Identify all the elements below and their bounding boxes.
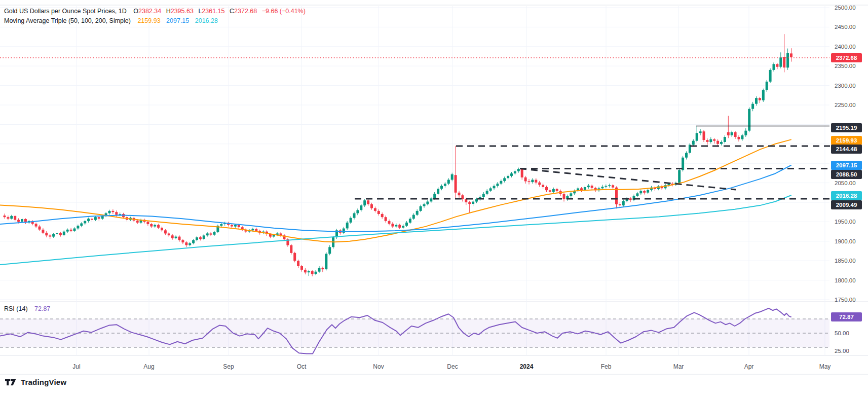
candle-body-up [755,98,758,104]
candle-body-down [231,225,233,227]
candle-body-up [360,205,362,210]
high-label: H [166,8,171,15]
candle-body-up [447,180,450,184]
candle-body-up [412,215,415,219]
price-tick-label: 1800.00 [835,277,856,283]
candle-body-up [346,223,349,229]
low-value: 2361.15 [202,8,224,15]
candle-body-down [370,204,373,208]
candle-body-up [720,142,723,144]
candle-body-up [699,131,702,133]
candle-body-up [52,234,55,237]
price-tick-label: 2400.00 [835,44,856,50]
candle-body-up [482,194,485,197]
candle-body-up [196,237,198,240]
candle-body-down [542,185,544,187]
candle-body-up [786,53,789,67]
ma-legend[interactable]: Moving Average Triple (50, 100, 200, Sim… [4,17,218,24]
candle-body-up [748,109,750,131]
tradingview-logo[interactable]: TradingView [5,378,66,386]
candle-body-up [587,186,590,187]
symbol-title: Gold US Dollars per Ounce Spot Prices, 1… [4,8,127,15]
price-tick-label: 2350.00 [835,63,856,69]
candle-body-down [304,270,307,272]
candle-body-down [703,131,705,140]
rsi-badge: 72.87 [831,312,862,321]
candle-body-down [161,228,163,230]
rsi-tick-label: 25.00 [835,348,849,354]
chart-canvas[interactable] [0,0,868,394]
rsi-legend[interactable]: RSI (14) 72.87 [4,305,50,312]
candle-body-down [4,216,6,217]
candle-body-down [461,195,464,199]
candle-body-up [10,216,13,219]
price-tick-label: 1750.00 [835,297,856,303]
ma100-value: 2097.15 [166,17,189,24]
candle-body-down [465,199,467,202]
candle-body-down [7,217,9,219]
candle-body-down [168,233,170,235]
candle-body-down [238,225,240,228]
tradingview-icon [5,378,17,386]
candle-body-up [423,204,426,206]
candle-body-down [199,237,202,239]
candle-body-up [213,232,216,234]
candle-body-down [615,188,618,204]
candle-body-down [790,53,792,57]
candle-body-down [150,224,153,227]
close-label: C [230,8,234,15]
candle-body-down [545,187,548,190]
symbol-legend[interactable]: Gold US Dollars per Ounce Spot Prices, 1… [4,8,306,15]
candle-body-up [80,224,83,226]
candle-body-down [111,211,114,212]
candle-body-up [552,189,555,192]
candle-body-down [391,224,394,226]
candle-body-down [311,271,314,274]
price-tick-label: 2500.00 [835,5,856,11]
candle-body-down [591,186,593,188]
candle-body-up [751,104,754,109]
time-tick-label: Apr [744,363,754,370]
time-tick-label: Aug [143,363,154,370]
candle-body-up [437,189,439,194]
candle-body-down [759,98,761,100]
candle-body-up [119,214,121,215]
candle-body-down [783,57,785,68]
candle-body-up [395,225,397,227]
trend-line[interactable] [520,169,736,190]
candle-body-down [91,219,93,220]
candle-body-down [367,200,369,204]
price-badge: 2009.49 [831,200,862,209]
candle-body-up [647,190,649,192]
candle-body-up [94,217,97,220]
candle-body-up [440,186,443,189]
candle-body-down [538,183,541,185]
candle-body-down [14,216,16,220]
candle-body-up [56,233,58,234]
candle-body-up [678,170,681,183]
candle-body-down [293,253,296,261]
candle-body-up [188,243,191,245]
trading-chart-app: Gold US Dollars per Ounce Spot Prices, 1… [0,0,868,394]
candle-body-up [709,139,712,142]
rsi-value: 72.87 [34,305,50,312]
candle-body-up [472,202,474,204]
candle-body-down [706,140,708,142]
candle-body-down [734,132,737,137]
candle-body-up [503,178,506,181]
candle-body-up [531,180,534,183]
rsi-title: RSI (14) [4,305,28,312]
candle-body-up [766,82,768,90]
candle-body-up [328,247,331,254]
candle-body-up [318,268,321,272]
candle-body-down [171,235,174,238]
time-axis[interactable] [0,355,829,374]
candle-body-down [713,139,715,141]
candle-body-up [325,254,327,269]
candle-body-up [486,191,488,194]
rsi-tick-label: 50.00 [835,330,849,336]
candle-body-down [556,189,558,191]
candle-body-up [444,184,446,186]
candle-body-down [388,221,391,224]
candle-body-up [192,240,195,243]
